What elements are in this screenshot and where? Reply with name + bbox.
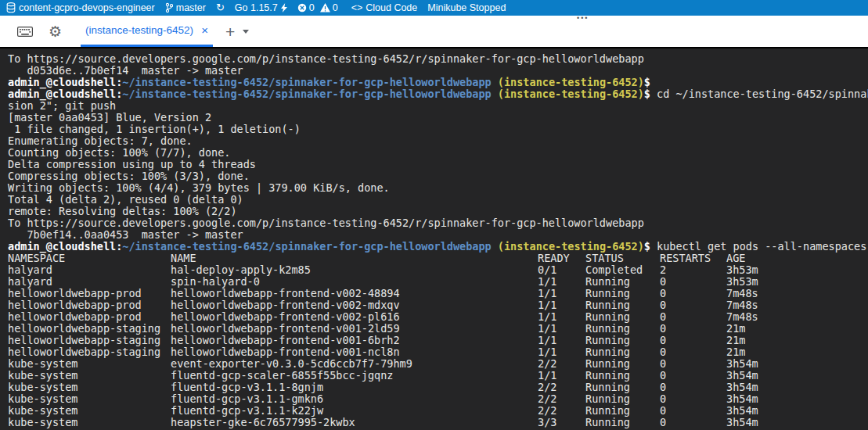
output-line: To https://source.developers.google.com/… [8, 217, 868, 229]
cloud-code-label: Cloud Code [366, 2, 417, 13]
pod-row: helloworldwebapp-prodhelloworldwebapp-fr… [8, 311, 868, 323]
code-brackets-icon: <> [351, 2, 363, 13]
output-line: Counting objects: 100% (7/7), done. [8, 147, 868, 159]
branch-name: master [176, 2, 206, 13]
tab-label: (instance-testing-6452) [85, 24, 193, 36]
pod-row: kube-systemfluentd-gcp-v3.1.1-gmkn62/2Ru… [8, 393, 868, 405]
output-line: [master 0aa0453] Blue, Version 2 [8, 112, 868, 124]
status-bar: content-gcpro-devops-engineer master ↻ G… [0, 0, 868, 16]
pod-row: kube-systemheapster-gke-6c76577995-2kwbx… [8, 417, 868, 428]
add-tab-button[interactable]: + [225, 23, 235, 40]
settings-gear-icon[interactable]: ⚙ [49, 23, 62, 40]
statusbar-sync-item[interactable]: ↻ [216, 0, 225, 16]
pod-row: helloworldwebapp-staginghelloworldwebapp… [8, 323, 868, 335]
pod-row: kube-systemfluentd-gcp-v3.1.1-k22jw2/2Ru… [8, 405, 868, 417]
terminal-output[interactable]: To https://source.developers.google.com/… [0, 47, 868, 430]
panel-more-icon[interactable]: ••• [577, 14, 589, 22]
output-line: 7b0ef14..0aa0453 master -> master [8, 229, 868, 241]
error-icon [297, 3, 307, 13]
pod-row: helloworldwebapp-prodhelloworldwebapp-fr… [8, 299, 868, 311]
statusbar-branch-item[interactable]: master [165, 0, 206, 16]
statusbar-go-version-item[interactable]: Go 1.15.7 [235, 0, 287, 16]
prompt-line: admin_@cloudshell:~/instance-testing-645… [8, 241, 868, 253]
warning-count: 0 [333, 2, 338, 13]
output-line: remote: Resolving deltas: 100% (2/2) [8, 206, 868, 217]
pod-row: halyardhal-deploy-apply-k2m850/1Complete… [8, 264, 868, 276]
pod-row: kube-systemfluentd-gcp-scaler-6855f55bcc… [8, 370, 868, 382]
cloudshell-remote-icon [6, 2, 16, 13]
keyboard-icon[interactable] [17, 27, 33, 37]
pod-row: kube-systemfluentd-gcp-v3.1.1-8gnjm2/2Ru… [8, 382, 868, 393]
tab-instance-testing-6452[interactable]: (instance-testing-6452) × [81, 16, 213, 47]
statusbar-problems-item[interactable]: 0 0 [297, 0, 341, 16]
pods-table-header: NAMESPACENAMEREADYSTATUSRESTARTSAGE [8, 253, 868, 264]
output-line: Enumerating objects: 7, done. [8, 135, 868, 147]
tab-close-icon[interactable]: × [201, 24, 208, 36]
git-branch-icon [165, 2, 173, 13]
pod-row: helloworldwebapp-staginghelloworldwebapp… [8, 346, 868, 358]
output-line: d053d6e..7b0ef14 master -> master [8, 65, 868, 77]
pod-row: helloworldwebapp-staginghelloworldwebapp… [8, 335, 868, 346]
project-name: content-gcpro-devops-engineer [19, 2, 155, 13]
statusbar-cloud-code-item[interactable]: <> Cloud Code [351, 0, 418, 16]
output-line: Total 4 (delta 2), reused 0 (delta 0) [8, 194, 868, 206]
prompt-line: admin_@cloudshell:~/instance-testing-645… [8, 88, 868, 100]
minikube-status-label: Minikube Stopped [427, 2, 506, 13]
lightning-icon [281, 3, 287, 13]
output-line: 1 file changed, 1 insertion(+), 1 deleti… [8, 124, 868, 135]
pod-row: kube-systemevent-exporter-v0.3.0-5cd6ccb… [8, 358, 868, 370]
terminal-tab-bar: ••• ⚙ (instance-testing-6452) × + [0, 16, 868, 47]
output-line: sion 2"; git push [8, 100, 868, 112]
statusbar-project-item[interactable]: content-gcpro-devops-engineer [6, 0, 155, 16]
prompt-line: admin_@cloudshell:~/instance-testing-645… [8, 77, 868, 88]
statusbar-minikube-item[interactable]: Minikube Stopped [427, 0, 506, 16]
sync-icon: ↻ [216, 0, 225, 16]
output-line: To https://source.developers.google.com/… [8, 53, 868, 65]
output-line: Writing objects: 100% (4/4), 379 bytes |… [8, 182, 868, 194]
tab-dropdown-caret-icon[interactable] [243, 30, 249, 34]
go-version-label: Go 1.15.7 [235, 2, 278, 13]
output-line: Compressing objects: 100% (3/3), done. [8, 170, 868, 182]
pod-row: halyardspin-halyard-01/1Running03h53m [8, 276, 868, 288]
error-count: 0 [309, 2, 315, 13]
warning-icon [320, 3, 330, 13]
pod-row: helloworldwebapp-prodhelloworldwebapp-fr… [8, 288, 868, 299]
output-line: Delta compression using up to 4 threads [8, 159, 868, 170]
